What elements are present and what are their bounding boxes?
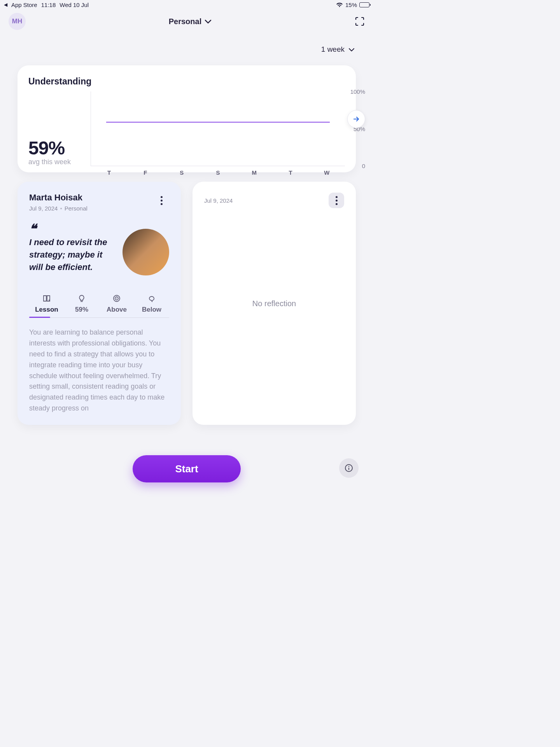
y-tick: 100% — [350, 88, 365, 95]
back-app-label[interactable]: App Store — [11, 2, 37, 8]
chart-average-value: 59% — [28, 137, 91, 159]
chart-next-button[interactable] — [347, 110, 365, 128]
tab-lesson[interactable]: Lesson — [29, 294, 64, 317]
x-tick: F — [127, 169, 163, 176]
x-tick: M — [236, 169, 272, 176]
start-button[interactable]: Start — [133, 455, 241, 482]
x-tick: T — [91, 169, 127, 176]
understanding-chart-card: Understanding 59% avg this week 100% 50%… — [18, 65, 356, 172]
scan-icon[interactable] — [355, 16, 365, 26]
chevron-down-icon — [205, 17, 212, 26]
more-options-button[interactable] — [154, 193, 169, 208]
quote-mark-icon: ❝ — [29, 226, 116, 232]
reflection-author: Marta Hoisak — [29, 193, 88, 203]
x-tick: S — [164, 169, 200, 176]
chart-plot: 100% 50% 0 TFSSMTW — [91, 91, 345, 166]
status-time: 11:18 — [41, 2, 56, 8]
lightbulb-icon — [77, 294, 86, 303]
svg-point-2 — [116, 298, 117, 299]
tab-below[interactable]: Below — [134, 294, 169, 317]
status-date: Wed 10 Jul — [60, 2, 89, 8]
timerange-label: 1 week — [321, 45, 345, 54]
battery-percent: 15% — [345, 2, 357, 8]
kebab-icon — [336, 196, 338, 205]
info-icon — [345, 464, 353, 472]
x-tick: S — [200, 169, 236, 176]
tab-percentage[interactable]: 59% — [64, 294, 99, 317]
y-tick: 0 — [362, 163, 365, 169]
reflection-photo — [122, 229, 169, 275]
chart-line — [106, 122, 330, 123]
target-icon — [112, 294, 121, 303]
status-bar: ◀ App Store 11:18 Wed 10 Jul 15% — [0, 0, 373, 9]
reflection-meta: Jul 9, 2024•Personal — [29, 205, 88, 212]
app-header: MH Personal — [0, 9, 373, 33]
x-tick: T — [272, 169, 308, 176]
svg-rect-5 — [348, 468, 349, 470]
info-button[interactable] — [339, 458, 359, 478]
back-to-app-icon[interactable]: ◀ — [4, 2, 7, 7]
reflection-card-empty: Jul 9, 2024 No reflection — [192, 182, 356, 425]
more-options-button[interactable] — [329, 193, 344, 208]
chart-average-subtitle: avg this week — [28, 158, 91, 166]
reflection-quote: ❝ I need to revisit the strategy; maybe … — [29, 226, 116, 274]
book-icon — [42, 294, 51, 303]
lesson-text: You are learning to balance personal int… — [29, 327, 169, 414]
reflection-card: Marta Hoisak Jul 9, 2024•Personal ❝ I ne… — [18, 182, 181, 425]
wifi-icon — [336, 2, 343, 7]
svg-point-4 — [348, 466, 349, 467]
chart-title: Understanding — [28, 76, 345, 87]
reflection-tabs: Lesson 59% Above Below — [29, 294, 169, 318]
timerange-selector[interactable]: 1 week — [321, 45, 355, 54]
no-reflection-placeholder: No reflection — [192, 299, 356, 308]
kebab-icon — [161, 196, 163, 205]
scope-filter[interactable]: Personal — [169, 17, 212, 26]
avatar[interactable]: MH — [9, 13, 26, 30]
battery-icon — [359, 2, 369, 7]
scope-filter-label: Personal — [169, 17, 201, 26]
tab-above[interactable]: Above — [99, 294, 134, 317]
x-tick: W — [309, 169, 345, 176]
reflection-date: Jul 9, 2024 — [204, 197, 233, 204]
chevron-down-icon — [348, 45, 355, 54]
brain-icon — [147, 294, 156, 303]
